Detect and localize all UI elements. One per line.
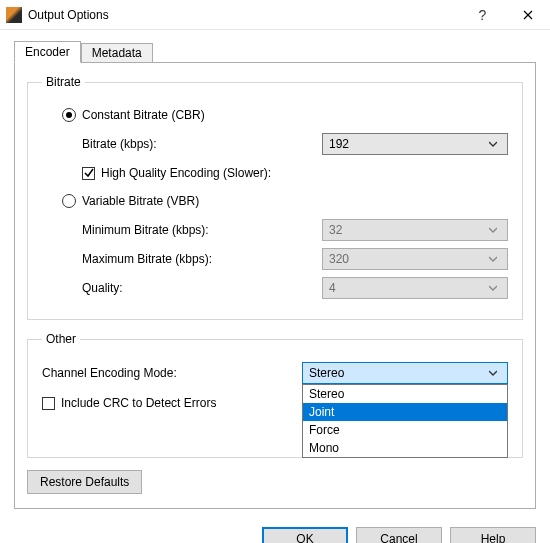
app-icon: [6, 7, 22, 23]
vbr-radio-row[interactable]: Variable Bitrate (VBR): [42, 189, 508, 213]
checkbox-unchecked-icon: [42, 397, 55, 410]
window-title: Output Options: [28, 8, 460, 22]
min-bitrate-combo: 32: [322, 219, 508, 241]
cancel-button[interactable]: Cancel: [356, 527, 442, 543]
tab-encoder[interactable]: Encoder: [14, 41, 81, 63]
chevron-down-icon: [485, 255, 501, 263]
hq-label: High Quality Encoding (Slower):: [101, 166, 271, 180]
chevron-down-icon: [485, 369, 501, 377]
other-legend: Other: [42, 332, 80, 346]
cbr-label: Constant Bitrate (CBR): [82, 108, 205, 122]
tabstrip: Encoder Metadata: [14, 40, 536, 62]
checkbox-checked-icon: [82, 167, 95, 180]
client-area: Encoder Metadata Bitrate Constant Bitrat…: [0, 30, 550, 523]
tab-metadata[interactable]: Metadata: [81, 43, 153, 62]
max-bitrate-combo: 320: [322, 248, 508, 270]
channel-mode-dropdown: Stereo Joint Force Mono: [302, 384, 508, 458]
radio-selected-icon: [62, 108, 76, 122]
crc-label: Include CRC to Detect Errors: [61, 396, 216, 410]
min-bitrate-value: 32: [329, 223, 485, 237]
bitrate-label: Bitrate (kbps):: [82, 137, 322, 151]
channel-mode-label: Channel Encoding Mode:: [42, 366, 302, 380]
channel-mode-combo[interactable]: Stereo Stereo Joint Force Mono: [302, 362, 508, 384]
channel-option-mono[interactable]: Mono: [303, 439, 507, 457]
chevron-down-icon: [485, 226, 501, 234]
max-bitrate-value: 320: [329, 252, 485, 266]
cbr-radio-row[interactable]: Constant Bitrate (CBR): [42, 103, 508, 127]
chevron-down-icon: [485, 140, 501, 148]
help-button[interactable]: Help: [450, 527, 536, 543]
radio-unselected-icon: [62, 194, 76, 208]
channel-mode-value: Stereo: [309, 366, 485, 380]
titlebar-close-button[interactable]: [505, 0, 550, 30]
hq-checkbox-row[interactable]: High Quality Encoding (Slower):: [42, 161, 508, 185]
channel-option-stereo[interactable]: Stereo: [303, 385, 507, 403]
quality-value: 4: [329, 281, 485, 295]
restore-defaults-button[interactable]: Restore Defaults: [27, 470, 142, 494]
quality-label: Quality:: [82, 281, 322, 295]
titlebar: Output Options ?: [0, 0, 550, 30]
bitrate-group: Bitrate Constant Bitrate (CBR) Bitrate (…: [27, 75, 523, 320]
other-group: Other Channel Encoding Mode: Stereo Ster…: [27, 332, 523, 458]
bitrate-legend: Bitrate: [42, 75, 85, 89]
quality-combo: 4: [322, 277, 508, 299]
close-icon: [523, 10, 533, 20]
tab-page-encoder: Bitrate Constant Bitrate (CBR) Bitrate (…: [14, 62, 536, 509]
titlebar-help-button[interactable]: ?: [460, 0, 505, 30]
channel-option-force[interactable]: Force: [303, 421, 507, 439]
vbr-label: Variable Bitrate (VBR): [82, 194, 199, 208]
min-bitrate-label: Minimum Bitrate (kbps):: [82, 223, 322, 237]
channel-option-joint[interactable]: Joint: [303, 403, 507, 421]
chevron-down-icon: [485, 284, 501, 292]
dialog-footer: OK Cancel Help: [0, 527, 550, 543]
max-bitrate-label: Maximum Bitrate (kbps):: [82, 252, 322, 266]
bitrate-combo[interactable]: 192: [322, 133, 508, 155]
bitrate-value: 192: [329, 137, 485, 151]
ok-button[interactable]: OK: [262, 527, 348, 543]
